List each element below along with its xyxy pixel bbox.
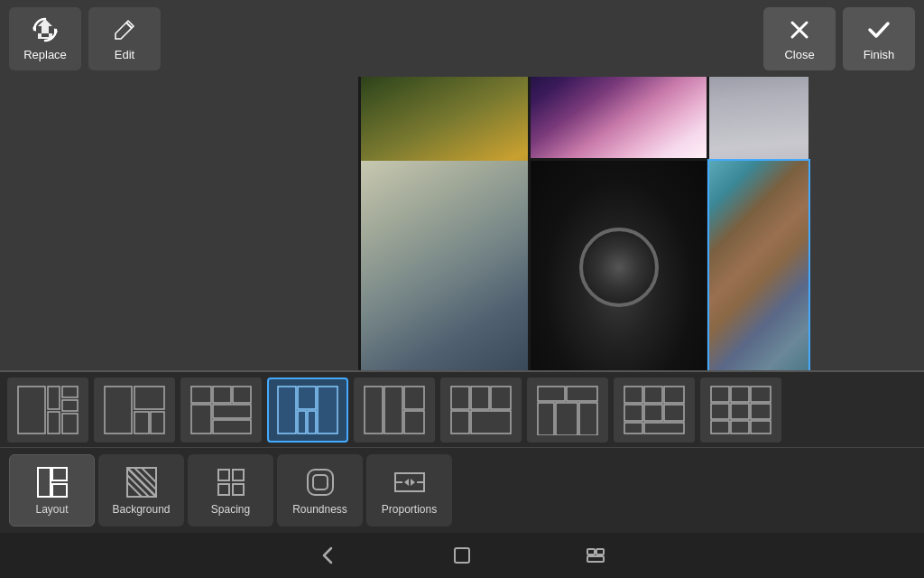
close-icon <box>785 15 814 44</box>
svg-rect-51 <box>711 404 729 419</box>
roundness-icon <box>304 466 337 499</box>
finish-button[interactable]: Finish <box>843 7 915 70</box>
edit-label: Edit <box>115 48 134 61</box>
svg-rect-17 <box>233 387 251 403</box>
layout-icon <box>36 466 69 499</box>
svg-rect-34 <box>471 411 511 434</box>
svg-rect-33 <box>451 411 469 434</box>
svg-rect-44 <box>644 405 662 421</box>
svg-line-64 <box>127 482 142 497</box>
svg-rect-52 <box>731 404 749 419</box>
svg-rect-43 <box>624 405 642 421</box>
svg-rect-15 <box>191 387 211 403</box>
svg-rect-77 <box>455 548 469 563</box>
svg-rect-50 <box>751 387 771 402</box>
svg-rect-13 <box>134 412 149 434</box>
svg-rect-16 <box>213 387 231 403</box>
svg-rect-32 <box>491 387 511 409</box>
layout-thumb-4[interactable] <box>267 378 348 443</box>
svg-rect-79 <box>596 549 604 555</box>
svg-rect-38 <box>556 403 578 435</box>
svg-rect-14 <box>151 412 164 434</box>
nav-bar <box>0 533 924 578</box>
svg-rect-67 <box>233 470 244 480</box>
tool-roundness[interactable]: Roundness <box>277 454 363 527</box>
tools-bar: Layout Background Spacing <box>0 447 924 533</box>
svg-rect-42 <box>664 387 684 403</box>
layout-thumb-3[interactable] <box>180 378 262 443</box>
svg-rect-6 <box>48 387 60 409</box>
replace-button[interactable]: Replace <box>9 7 81 70</box>
home-nav-icon[interactable] <box>449 543 475 568</box>
finish-icon <box>864 15 893 44</box>
svg-rect-23 <box>318 387 337 434</box>
close-label: Close <box>784 48 814 61</box>
svg-rect-37 <box>538 403 554 435</box>
svg-rect-18 <box>191 405 211 434</box>
layout-thumb-8[interactable] <box>614 378 695 443</box>
svg-rect-11 <box>105 387 132 434</box>
svg-rect-9 <box>62 400 78 411</box>
photo-door[interactable] <box>709 161 808 375</box>
svg-marker-76 <box>411 479 415 486</box>
svg-line-61 <box>127 468 156 497</box>
svg-rect-19 <box>213 405 251 418</box>
edit-icon <box>110 15 139 44</box>
svg-rect-8 <box>62 387 78 397</box>
replace-icon <box>31 15 60 44</box>
svg-rect-31 <box>471 387 489 409</box>
layout-thumb-9[interactable] <box>700 378 781 443</box>
edit-button[interactable]: Edit <box>88 7 161 70</box>
svg-rect-55 <box>731 421 749 434</box>
svg-rect-12 <box>134 387 164 409</box>
svg-rect-5 <box>18 387 45 434</box>
tool-layout[interactable]: Layout <box>9 454 95 527</box>
svg-rect-71 <box>313 475 328 489</box>
layout-thumb-2[interactable] <box>94 378 175 443</box>
tool-proportions[interactable]: Proportions <box>366 454 452 527</box>
layout-thumb-1[interactable] <box>7 378 88 443</box>
svg-rect-30 <box>451 387 469 409</box>
finish-label: Finish <box>864 48 895 61</box>
svg-rect-22 <box>298 387 316 409</box>
spacing-icon <box>215 466 247 499</box>
svg-rect-68 <box>218 484 229 495</box>
toolbar-left: Replace Edit <box>9 7 161 70</box>
recents-nav-icon[interactable] <box>583 543 608 568</box>
photo-seascape[interactable] <box>361 161 528 375</box>
proportions-icon <box>393 466 426 499</box>
top-toolbar: Replace Edit Close Finish <box>0 0 924 77</box>
tool-spacing[interactable]: Spacing <box>188 454 273 527</box>
svg-rect-54 <box>711 421 729 434</box>
svg-rect-27 <box>384 387 402 434</box>
svg-rect-47 <box>644 423 684 434</box>
svg-rect-41 <box>644 387 662 403</box>
svg-rect-35 <box>538 387 565 401</box>
back-nav-icon[interactable] <box>316 543 341 568</box>
layout-strip <box>0 370 924 447</box>
svg-rect-80 <box>587 556 604 562</box>
svg-rect-40 <box>624 387 642 403</box>
svg-rect-10 <box>62 414 78 434</box>
tool-background[interactable]: Background <box>98 454 184 527</box>
svg-rect-7 <box>48 412 60 434</box>
svg-rect-57 <box>38 468 51 497</box>
layout-thumb-7[interactable] <box>527 378 608 443</box>
svg-rect-69 <box>233 484 244 495</box>
layout-thumb-5[interactable] <box>354 378 435 443</box>
svg-rect-45 <box>664 405 684 421</box>
tool-proportions-label: Proportions <box>382 503 437 516</box>
toolbar-right: Close Finish <box>763 7 915 70</box>
tool-background-label: Background <box>112 503 170 516</box>
tool-spacing-label: Spacing <box>211 503 250 516</box>
layout-thumb-6[interactable] <box>440 378 522 443</box>
svg-rect-70 <box>308 470 333 495</box>
photo-camera[interactable] <box>531 161 707 375</box>
svg-rect-24 <box>298 411 306 434</box>
background-icon <box>125 466 158 499</box>
close-button[interactable]: Close <box>763 7 836 70</box>
svg-rect-78 <box>587 549 595 555</box>
svg-rect-20 <box>213 420 251 434</box>
svg-rect-49 <box>731 387 749 402</box>
svg-rect-25 <box>308 411 316 434</box>
